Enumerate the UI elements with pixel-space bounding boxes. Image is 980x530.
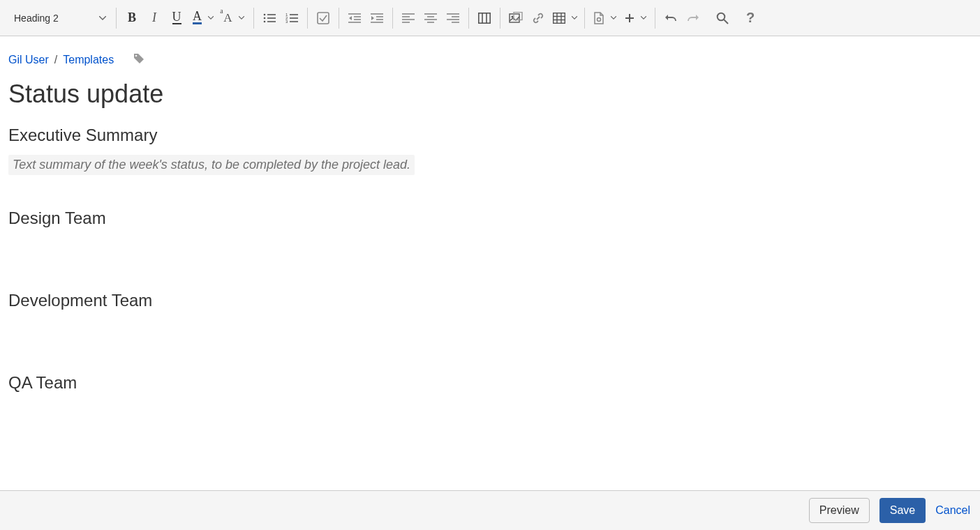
toolbar-separator bbox=[655, 8, 655, 29]
help-button[interactable]: ? bbox=[739, 8, 762, 29]
placeholder-text[interactable]: Text summary of the week's status, to be… bbox=[8, 155, 415, 175]
insert-image-button[interactable] bbox=[505, 8, 527, 29]
table-icon bbox=[553, 13, 565, 24]
plus-icon bbox=[625, 13, 634, 23]
italic-button[interactable]: I bbox=[143, 8, 165, 29]
svg-point-49 bbox=[135, 55, 138, 57]
bullet-list-icon bbox=[263, 13, 276, 24]
toolbar-separator bbox=[116, 8, 117, 29]
caret-down-icon bbox=[99, 16, 106, 20]
caret-down-icon bbox=[239, 16, 244, 20]
numbered-list-icon: 1 2 3 bbox=[285, 13, 298, 24]
toolbar-separator bbox=[392, 8, 393, 29]
indent-icon bbox=[371, 13, 383, 24]
breadcrumb-link-user[interactable]: Gil User bbox=[8, 54, 49, 66]
svg-rect-12 bbox=[318, 13, 329, 24]
svg-point-37 bbox=[512, 15, 514, 17]
task-list-icon bbox=[317, 12, 329, 24]
underline-icon: U bbox=[172, 12, 181, 24]
toolbar-separator bbox=[307, 8, 308, 29]
underline-button[interactable]: U bbox=[165, 8, 188, 29]
insert-more-button[interactable] bbox=[620, 8, 651, 29]
editor-footer: Preview Save Cancel bbox=[0, 490, 980, 530]
caret-down-icon bbox=[572, 16, 577, 20]
editor-content[interactable]: Gil User / Templates Status update Execu… bbox=[0, 36, 980, 393]
save-button[interactable]: Save bbox=[879, 498, 926, 523]
svg-text:3: 3 bbox=[285, 20, 288, 24]
cancel-link[interactable]: Cancel bbox=[935, 504, 970, 517]
text-color-button[interactable]: A bbox=[188, 8, 218, 29]
bold-icon: B bbox=[128, 10, 136, 25]
undo-icon bbox=[665, 13, 677, 24]
svg-point-44 bbox=[597, 17, 600, 21]
outdent-icon bbox=[348, 13, 361, 24]
editor-toolbar: Heading 2 B I U A aA 1 2 3 bbox=[0, 0, 980, 36]
insert-table-button[interactable] bbox=[549, 8, 580, 29]
paragraph-style-label: Heading 2 bbox=[14, 13, 59, 24]
insert-template-button[interactable] bbox=[589, 8, 620, 29]
align-center-icon bbox=[424, 13, 437, 24]
insert-link-button[interactable] bbox=[527, 8, 549, 29]
indent-button[interactable] bbox=[366, 8, 388, 29]
help-icon: ? bbox=[746, 10, 755, 26]
paragraph-style-select[interactable]: Heading 2 bbox=[4, 8, 112, 29]
page-layout-icon bbox=[478, 13, 491, 24]
svg-line-48 bbox=[724, 20, 728, 24]
search-icon bbox=[716, 12, 729, 24]
align-center-button[interactable] bbox=[420, 8, 442, 29]
section-heading-design[interactable]: Design Team bbox=[8, 209, 980, 228]
breadcrumb-link-templates[interactable]: Templates bbox=[63, 54, 114, 66]
svg-point-4 bbox=[264, 20, 266, 22]
text-color-icon: A bbox=[193, 11, 202, 24]
toolbar-separator bbox=[584, 8, 585, 29]
svg-rect-39 bbox=[553, 13, 565, 23]
bullet-list-button[interactable] bbox=[258, 8, 281, 29]
toolbar-separator bbox=[468, 8, 469, 29]
toolbar-separator bbox=[500, 8, 500, 29]
preview-button[interactable]: Preview bbox=[809, 498, 870, 523]
italic-icon: I bbox=[152, 10, 156, 25]
caret-down-icon bbox=[208, 16, 214, 20]
section-heading-development[interactable]: Development Team bbox=[8, 291, 980, 310]
svg-point-2 bbox=[264, 17, 266, 19]
align-right-button[interactable] bbox=[442, 8, 464, 29]
task-list-button[interactable] bbox=[312, 8, 334, 29]
link-icon bbox=[532, 12, 544, 24]
toolbar-separator bbox=[253, 8, 254, 29]
svg-point-0 bbox=[264, 13, 266, 15]
breadcrumb-separator: / bbox=[54, 54, 57, 66]
bold-button[interactable]: B bbox=[121, 8, 143, 29]
page-layout-button[interactable] bbox=[473, 8, 496, 29]
outdent-button[interactable] bbox=[343, 8, 366, 29]
undo-button[interactable] bbox=[660, 8, 682, 29]
find-replace-button[interactable] bbox=[711, 8, 734, 29]
caret-down-icon bbox=[611, 16, 616, 20]
numbered-list-button[interactable]: 1 2 3 bbox=[281, 8, 303, 29]
more-formatting-icon: aA bbox=[223, 11, 232, 25]
align-left-button[interactable] bbox=[397, 8, 420, 29]
redo-icon bbox=[687, 13, 699, 24]
section-heading-qa[interactable]: QA Team bbox=[8, 373, 980, 393]
align-left-icon bbox=[402, 13, 415, 24]
svg-point-47 bbox=[718, 13, 725, 20]
section-heading-executive-summary[interactable]: Executive Summary bbox=[8, 126, 980, 145]
svg-rect-33 bbox=[479, 13, 490, 22]
image-icon bbox=[509, 12, 523, 24]
redo-button[interactable] bbox=[682, 8, 704, 29]
align-right-icon bbox=[447, 13, 459, 24]
toolbar-separator bbox=[339, 8, 339, 29]
labels-icon[interactable] bbox=[133, 53, 144, 67]
page-title[interactable]: Status update bbox=[8, 80, 980, 109]
caret-down-icon bbox=[641, 16, 646, 20]
breadcrumb: Gil User / Templates bbox=[8, 53, 980, 67]
template-icon bbox=[593, 12, 604, 24]
more-formatting-button[interactable]: aA bbox=[218, 8, 249, 29]
